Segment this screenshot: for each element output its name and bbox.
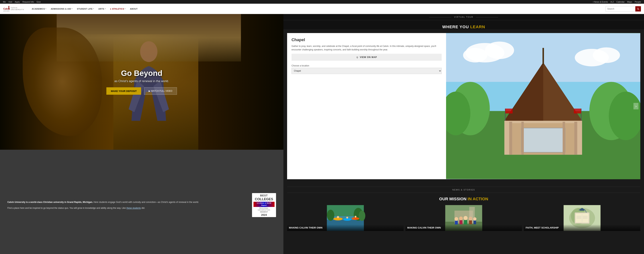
svg-line-5 [638,9,639,10]
svg-rect-34 [574,108,581,113]
news-card-faith[interactable]: FAITH, MEET SCHOLARSHIP [524,205,640,231]
topbar-maps[interactable]: Maps [627,1,632,3]
badge-colleges: COLLEGES [255,197,273,202]
search-box [606,6,641,12]
chapel-section: Chapel Gather to pray, learn, worship, a… [287,33,640,179]
these-students-link[interactable]: these students [126,207,141,209]
mission-prefix: OUR MISSION [439,196,468,201]
nav-links: ACADEMICS▾ ADMISSIONS & AID▾ STUDENT LIF… [30,4,606,14]
map-pin-icon [356,56,358,58]
svg-point-12 [485,42,514,59]
mission-action: IN ACTION [468,196,488,201]
topbar-apply[interactable]: Apply [15,1,20,3]
topbar-az[interactable]: A-Z [610,1,614,3]
svg-rect-32 [505,108,512,113]
group-card-overlay: MAKING CALVIN THEIR OWN [406,224,522,231]
search-button[interactable] [635,6,641,12]
svg-point-76 [586,212,586,213]
svg-point-59 [473,217,476,220]
nav-about[interactable]: ABOUT [128,4,140,14]
badge-best: BEST [260,194,268,197]
left-panel: Go Beyond as Christ's agents of renewal … [0,14,284,254]
our-mission-heading: OUR MISSION IN ACTION [287,196,640,202]
svg-point-43 [343,218,351,221]
kayak-card-overlay: MAKING CALVIN THEIR OWN [287,224,404,231]
news-events-link[interactable]: • News & Events [593,1,608,3]
where-you-text: WHERE YOU [442,24,470,29]
topbar-people[interactable]: People [635,1,641,3]
topbar-visit[interactable]: Visit [8,1,12,3]
right-panel: VIRTUAL TOUR WHERE YOU LEARN Chapel Gath… [284,14,644,254]
search-icon [637,8,640,10]
nav-arts[interactable]: ARTS▾ [96,4,108,14]
svg-rect-28 [574,122,577,155]
topbar-request-info[interactable]: Request Info [22,1,34,3]
choose-location-label: Choose a location [292,64,442,67]
nav-student-life[interactable]: STUDENT LIFE▾ [74,4,96,14]
svg-point-4 [637,8,639,10]
choose-location-area: Choose a location Chapel Science Buildin… [292,63,442,74]
news-card-kayak[interactable]: MAKING CALVIN THEIR OWN [287,205,404,231]
svg-rect-3 [8,6,9,10]
badge-regional: REGIONAL UNIVERSITIES [254,207,274,211]
logo-sub: UNIVERSITY [11,9,24,11]
nav-athletics[interactable]: ● ATHLETICS▾ [108,4,128,14]
chapel-title: Chapel [292,38,442,42]
kayak-card-bg: MAKING CALVIN THEIR OWN [287,205,404,231]
svg-point-42 [337,216,339,218]
svg-point-45 [352,217,359,220]
desc-p2: Find a place here and be inspired to go … [8,207,126,209]
svg-point-38 [327,210,334,221]
topbar-me[interactable]: Me [3,1,6,3]
make-deposit-button[interactable]: MAKE YOUR DEPOSIT [106,87,141,95]
hero-title: Go Beyond [28,69,255,78]
virtual-tour-bar: VIRTUAL TOUR [284,14,644,20]
news-section: NEWS & STORIES OUR MISSION IN ACTION [284,183,644,234]
faith-card-title: FAITH, MEET SCHOLARSHIP [526,226,559,229]
svg-point-15 [593,48,620,63]
svg-point-53 [459,216,463,220]
news-card-group[interactable]: MAKING CALVIN THEIR OWN [406,205,522,231]
desc-body: Here students engage God's world with cu… [94,201,199,204]
svg-rect-56 [464,220,467,224]
news-label: NEWS & STORIES [287,186,640,193]
nav-admissions[interactable]: ADMISSIONS & AID▾ [48,4,75,14]
chapel-illustration [446,33,640,179]
svg-point-40 [358,210,365,221]
location-dropdown[interactable]: Chapel Science Building Library Commons [292,68,442,74]
nav-academics[interactable]: ACADEMICS▾ [30,4,48,14]
svg-point-55 [464,216,468,220]
desc-end: did. [142,207,145,209]
svg-rect-58 [469,220,472,224]
carousel-next-arrow[interactable]: › [634,103,638,110]
virtual-tour-label[interactable]: VIRTUAL TOUR [454,16,474,18]
hero-subtitle: as Christ's agents of renewal in the wor… [28,80,255,83]
hero-buttons: MAKE YOUR DEPOSIT WATCH FULL VIDEO [28,87,255,95]
svg-rect-60 [474,220,476,224]
view-on-map-button[interactable]: VIEW ON MAP [292,54,442,61]
svg-rect-30 [562,122,565,155]
watch-video-button[interactable]: WATCH FULL VIDEO [144,87,177,95]
logo[interactable]: Calvin UNIVERSITY Calvin UNIVERSITY [3,6,24,12]
faith-card-bg: FAITH, MEET SCHOLARSHIP [524,205,640,231]
badge-midwest: MIDWEST [260,211,268,213]
chapel-card: Chapel Gather to pray, learn, worship, a… [287,33,446,179]
faith-card-overlay: FAITH, MEET SCHOLARSHIP [524,224,640,231]
page-layout: Go Beyond as Christ's agents of renewal … [0,14,644,254]
svg-point-51 [454,217,458,221]
svg-point-13 [463,48,488,62]
best-colleges-badge: BEST COLLEGES U.S.News & World Report RE… [252,193,276,217]
svg-rect-54 [459,220,462,224]
svg-text:UNIVERSITY: UNIVERSITY [3,10,10,12]
university-description: Calvin University is a world-class Chris… [8,200,245,210]
topbar-give[interactable]: Give [36,1,41,3]
svg-rect-52 [455,221,458,224]
topbar-calendar[interactable]: Calendar [616,1,624,3]
calvin-logo-icon: Calvin UNIVERSITY [3,6,10,12]
top-bar-left: Me Visit Apply Request Info Give [3,1,40,3]
main-nav: Calvin UNIVERSITY Calvin UNIVERSITY ACAD… [0,4,644,14]
hero-content: Go Beyond as Christ's agents of renewal … [28,69,255,95]
search-input[interactable] [606,6,635,12]
hero-section: Go Beyond as Christ's agents of renewal … [0,14,284,150]
top-bar-right: • News & Events A-Z Calendar Maps People [593,1,641,3]
